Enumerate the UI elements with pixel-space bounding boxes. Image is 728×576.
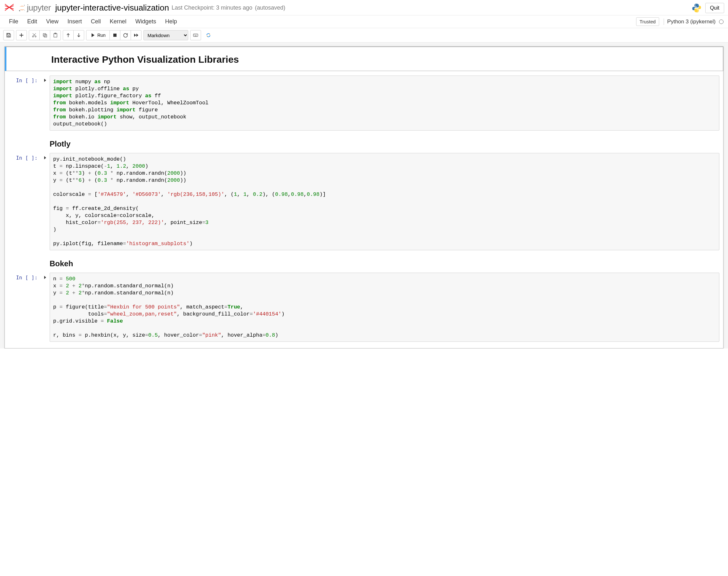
command-palette-button[interactable] <box>190 30 201 40</box>
svg-point-3 <box>695 4 696 5</box>
code-content[interactable]: n = 500 x = 2 + 2*np.random.standard_nor… <box>53 276 716 339</box>
markdown-output: Bokeh <box>50 252 719 268</box>
run-cell-icon[interactable] <box>42 78 47 84</box>
python-logo-icon <box>691 3 702 13</box>
interrupt-button[interactable] <box>110 30 120 40</box>
play-icon <box>90 33 95 38</box>
jupyter-wordmark: jupyter <box>27 3 51 13</box>
menu-insert[interactable]: Insert <box>63 16 86 28</box>
svg-point-0 <box>24 5 25 6</box>
svg-rect-7 <box>43 34 46 36</box>
arrow-down-icon <box>76 33 81 38</box>
menu-cell[interactable]: Cell <box>86 16 105 28</box>
code-content[interactable]: import numpy as np import plotly.offline… <box>53 78 716 128</box>
input-prompt: In [ ]: <box>5 272 50 342</box>
prompt-empty <box>6 53 51 65</box>
menu-widgets[interactable]: Widgets <box>131 16 161 28</box>
toolbar: Run Markdown <box>0 28 728 42</box>
cell-code-imports[interactable]: In [ ]: import numpy as np import plotly… <box>5 74 723 132</box>
markdown-output: Plotly <box>50 133 719 148</box>
restart-button[interactable] <box>120 30 131 40</box>
arrow-up-icon <box>66 33 71 38</box>
cell-markdown-bokeh[interactable]: Bokeh <box>5 252 723 271</box>
input-prompt: In [ ]: <box>5 76 50 131</box>
plus-icon <box>19 33 24 38</box>
notebook-name[interactable]: jupyter-interactive-visualization <box>55 3 169 13</box>
jupyter-planet-icon <box>18 4 26 12</box>
save-icon <box>6 33 11 38</box>
svg-point-2 <box>24 10 25 10</box>
svg-point-5 <box>32 36 34 37</box>
cell-code-bokeh[interactable]: In [ ]: n = 500 x = 2 + 2*np.random.stan… <box>5 271 723 348</box>
restart-icon <box>123 33 128 38</box>
svg-point-4 <box>698 10 699 11</box>
cut-button[interactable] <box>29 30 40 40</box>
notebook-header: jupyter jupyter-interactive-visualizatio… <box>0 0 728 16</box>
trusted-indicator[interactable]: Trusted <box>636 17 659 26</box>
svg-rect-8 <box>44 34 47 37</box>
svg-point-13 <box>209 34 210 35</box>
autosaved-text: (autosaved) <box>255 4 285 11</box>
run-button[interactable]: Run <box>86 30 110 40</box>
markdown-output: Interactive Python Visualization Librari… <box>51 53 719 65</box>
svg-point-14 <box>206 36 207 37</box>
svg-point-6 <box>35 36 36 37</box>
prompt-empty <box>5 133 50 148</box>
logo-group: jupyter <box>4 2 51 14</box>
prompt-empty <box>5 252 50 268</box>
cell-code-plotly[interactable]: In [ ]: py.init_notebook_mode() t = np.l… <box>5 152 723 252</box>
menubar: File Edit View Insert Cell Kernel Widget… <box>0 16 728 28</box>
checkpoint-text: Last Checkpoint: 3 minutes ago <box>172 4 252 11</box>
kernel-name[interactable]: Python 3 (ipykernel) <box>664 19 724 25</box>
section-heading-plotly: Plotly <box>50 140 719 148</box>
menu-edit[interactable]: Edit <box>23 16 41 28</box>
fast-forward-icon <box>134 33 139 38</box>
run-label: Run <box>97 33 106 38</box>
menu-file[interactable]: File <box>4 16 23 28</box>
input-prompt: In [ ]: <box>5 153 50 250</box>
code-input-area[interactable]: py.init_notebook_mode() t = np.linspace(… <box>50 153 719 250</box>
section-heading-bokeh: Bokeh <box>50 259 719 268</box>
svg-rect-9 <box>54 34 57 37</box>
keyboard-icon <box>193 33 198 38</box>
cell-type-select[interactable]: Markdown <box>143 30 188 40</box>
code-input-area[interactable]: n = 500 x = 2 + 2*np.random.standard_nor… <box>50 272 719 342</box>
cut-icon <box>32 33 37 38</box>
run-cell-icon[interactable] <box>42 155 47 161</box>
menu-help[interactable]: Help <box>161 16 181 28</box>
svg-rect-11 <box>113 34 116 37</box>
notebook-container: Interactive Python Visualization Librari… <box>4 47 724 348</box>
restart-run-all-button[interactable] <box>131 30 141 40</box>
move-up-button[interactable] <box>63 30 74 40</box>
svg-point-1 <box>19 10 20 11</box>
paste-icon <box>53 33 58 38</box>
cell-markdown-title[interactable]: Interactive Python Visualization Librari… <box>5 47 723 71</box>
page-title: Interactive Python Visualization Librari… <box>51 54 719 65</box>
variable-inspector-button[interactable] <box>203 30 214 40</box>
jupyter-logo[interactable]: jupyter <box>18 3 51 13</box>
menu-view[interactable]: View <box>41 16 63 28</box>
svg-rect-12 <box>193 34 198 36</box>
run-cell-icon[interactable] <box>42 275 47 281</box>
code-input-area[interactable]: import numpy as np import plotly.offline… <box>50 76 719 131</box>
menu-kernel[interactable]: Kernel <box>105 16 131 28</box>
paste-button[interactable] <box>50 30 61 40</box>
refresh-dots-icon <box>206 33 211 38</box>
copy-icon <box>42 33 47 38</box>
kernel-name-text: Python 3 (ipykernel) <box>667 19 716 25</box>
save-button[interactable] <box>3 30 14 40</box>
enthought-logo-icon <box>4 2 15 14</box>
stop-icon <box>112 33 117 38</box>
kernel-idle-icon <box>719 20 724 24</box>
copy-button[interactable] <box>39 30 50 40</box>
notebook-body: Interactive Python Visualization Librari… <box>0 42 728 348</box>
code-content[interactable]: py.init_notebook_mode() t = np.linspace(… <box>53 156 716 247</box>
quit-button[interactable]: Quit <box>705 3 724 13</box>
insert-cell-button[interactable] <box>16 30 27 40</box>
move-down-button[interactable] <box>73 30 84 40</box>
cell-markdown-plotly[interactable]: Plotly <box>5 132 723 152</box>
